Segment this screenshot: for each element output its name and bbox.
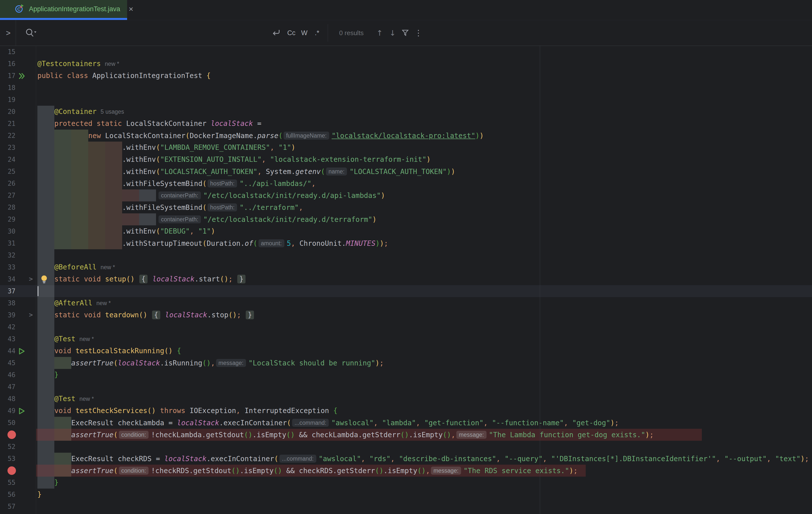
- fold-chevron-icon[interactable]: >: [29, 309, 33, 321]
- chevron-right-icon[interactable]: >: [2, 20, 14, 46]
- line-number[interactable]: 17: [0, 70, 16, 82]
- code-line[interactable]: ExecResult checkRDS = localStack.execInC…: [71, 453, 809, 465]
- newline-icon[interactable]: [269, 20, 283, 46]
- editor-row[interactable]: 57: [0, 501, 812, 513]
- editor-row[interactable]: 56}: [0, 489, 812, 501]
- editor-row[interactable]: 38@AfterAllnew *: [0, 297, 812, 309]
- next-occurrence-icon[interactable]: ↓: [387, 20, 398, 46]
- editor-row[interactable]: 52: [0, 441, 812, 453]
- editor-row[interactable]: 50ExecResult checkLambda = localStack.ex…: [0, 417, 812, 429]
- code-line[interactable]: containerPath:"/etc/localstack/init/read…: [157, 190, 385, 201]
- editor-row[interactable]: 24.withEnv("EXTENSION_AUTO_INSTALL", "lo…: [0, 153, 812, 166]
- editor-row[interactable]: 21protected static LocalStackContainer l…: [0, 118, 812, 130]
- line-number[interactable]: 25: [0, 166, 16, 177]
- editor-row[interactable]: 37: [0, 285, 812, 297]
- code-line[interactable]: @Container5 usages: [54, 106, 124, 118]
- code-line[interactable]: @Testnew *: [54, 333, 94, 345]
- line-number[interactable]: 31: [0, 237, 16, 249]
- line-number[interactable]: 21: [0, 118, 16, 130]
- line-number[interactable]: 48: [0, 393, 16, 405]
- line-number[interactable]: 44: [0, 345, 16, 357]
- code-line[interactable]: .withFileSystemBind(hostPath:"../terrafo…: [122, 201, 303, 213]
- editor-row[interactable]: 28.withFileSystemBind(hostPath:"../terra…: [0, 201, 812, 213]
- code-line[interactable]: }: [54, 477, 59, 489]
- code-line[interactable]: static void setup() { localStack.start()…: [54, 273, 246, 285]
- code-line[interactable]: .withStartupTimeout(Duration.of(amount:5…: [122, 237, 388, 249]
- run-test-icon[interactable]: [18, 347, 25, 356]
- editor-row[interactable]: 34>static void setup() { localStack.star…: [0, 273, 812, 285]
- editor-row[interactable]: 15: [0, 46, 812, 58]
- code-line[interactable]: @AfterAllnew *: [54, 297, 111, 309]
- code-line[interactable]: assertTrue(condition:!checkLambda.getStd…: [71, 429, 654, 441]
- code-line[interactable]: }: [54, 369, 59, 381]
- line-number[interactable]: 53: [0, 453, 16, 465]
- line-number[interactable]: 15: [0, 46, 16, 58]
- editor-row[interactable]: 49void testCheckServices() throws IOExce…: [0, 405, 812, 417]
- editor-row[interactable]: 53ExecResult checkRDS = localStack.execI…: [0, 453, 812, 465]
- code-line[interactable]: static void teardown() { localStack.stop…: [54, 309, 255, 321]
- line-number[interactable]: 27: [0, 190, 16, 201]
- line-number[interactable]: 29: [0, 213, 16, 225]
- line-number[interactable]: 26: [0, 177, 16, 190]
- breakpoint-icon[interactable]: [7, 466, 16, 475]
- line-number[interactable]: 55: [0, 477, 16, 489]
- code-line[interactable]: @BeforeAllnew *: [54, 261, 115, 273]
- code-line[interactable]: containerPath:"/etc/localstack/init/read…: [157, 213, 377, 225]
- editor-row[interactable]: 43@Testnew *: [0, 333, 812, 345]
- close-icon[interactable]: ×: [128, 5, 133, 13]
- line-number[interactable]: 52: [0, 441, 16, 453]
- code-editor[interactable]: 1516@Testcontainersnew *17public class A…: [0, 46, 812, 514]
- previous-occurrence-icon[interactable]: ↑: [374, 20, 385, 46]
- editor-row[interactable]: 16@Testcontainersnew *: [0, 58, 812, 70]
- editor-row[interactable]: 20@Container5 usages: [0, 106, 812, 118]
- editor-row[interactable]: 23.withEnv("LAMBDA_REMOVE_CONTAINERS", "…: [0, 142, 812, 153]
- filter-icon[interactable]: [400, 20, 411, 46]
- line-number[interactable]: 23: [0, 142, 16, 153]
- line-number[interactable]: 28: [0, 201, 16, 213]
- code-line[interactable]: .withEnv("DEBUG", "1"): [122, 225, 215, 237]
- code-line[interactable]: .withEnv("LOCALSTACK_AUTH_TOKEN", System…: [122, 166, 455, 177]
- code-line[interactable]: .withEnv("LAMBDA_REMOVE_CONTAINERS", "1"…: [122, 142, 295, 153]
- line-number[interactable]: 33: [0, 261, 16, 273]
- editor-row[interactable]: assertTrue(condition:!checkLambda.getStd…: [0, 429, 812, 441]
- line-number[interactable]: 57: [0, 501, 16, 513]
- code-line[interactable]: assertTrue(condition:!checkRDS.getStdout…: [71, 465, 578, 477]
- run-class-icon[interactable]: [18, 72, 26, 81]
- intention-bulb-icon[interactable]: [40, 275, 48, 284]
- code-line[interactable]: ExecResult checkLambda = localStack.exec…: [71, 417, 619, 429]
- editor-row[interactable]: 55}: [0, 477, 812, 489]
- line-number[interactable]: 38: [0, 297, 16, 309]
- match-case-toggle[interactable]: Cc: [284, 20, 298, 46]
- editor-row[interactable]: 31.withStartupTimeout(Duration.of(amount…: [0, 237, 812, 249]
- editor-row[interactable]: 25.withEnv("LOCALSTACK_AUTH_TOKEN", Syst…: [0, 166, 812, 177]
- editor-row[interactable]: 47: [0, 381, 812, 393]
- code-line[interactable]: .withFileSystemBind(hostPath:"../api-lam…: [122, 177, 316, 190]
- tab-application-integration-test[interactable]: C ApplicationIntegrationTest.java ×: [0, 0, 127, 18]
- line-number[interactable]: 20: [0, 106, 16, 118]
- editor-row[interactable]: 22new LocalStackContainer(DockerImageNam…: [0, 130, 812, 142]
- editor-row[interactable]: 17public class ApplicationIntegrationTes…: [0, 70, 812, 82]
- more-options-icon[interactable]: ⋮: [413, 20, 424, 46]
- code-line[interactable]: new LocalStackContainer(DockerImageName.…: [88, 130, 484, 142]
- code-line[interactable]: }: [37, 489, 41, 501]
- editor-row[interactable]: 46}: [0, 369, 812, 381]
- line-number[interactable]: 46: [0, 369, 16, 381]
- line-number[interactable]: 19: [0, 94, 16, 106]
- line-number[interactable]: 22: [0, 130, 16, 142]
- line-number[interactable]: 16: [0, 58, 16, 70]
- editor-row[interactable]: 26.withFileSystemBind(hostPath:"../api-l…: [0, 177, 812, 190]
- code-line[interactable]: void testCheckServices() throws IOExcept…: [54, 405, 338, 417]
- editor-row[interactable]: 39>static void teardown() { localStack.s…: [0, 309, 812, 321]
- line-number[interactable]: 56: [0, 489, 16, 501]
- line-number[interactable]: 43: [0, 333, 16, 345]
- line-number[interactable]: 45: [0, 357, 16, 369]
- fold-chevron-icon[interactable]: >: [29, 273, 33, 285]
- search-icon[interactable]: [22, 20, 39, 46]
- code-line[interactable]: assertTrue(localStack.isRunning(),messag…: [71, 357, 384, 369]
- editor-row[interactable]: 27containerPath:"/etc/localstack/init/re…: [0, 190, 812, 201]
- breakpoint-icon[interactable]: [7, 430, 16, 439]
- editor-row[interactable]: 33@BeforeAllnew *: [0, 261, 812, 273]
- code-line[interactable]: @Testnew *: [54, 393, 94, 405]
- line-number[interactable]: 42: [0, 321, 16, 333]
- editor-row[interactable]: 45assertTrue(localStack.isRunning(),mess…: [0, 357, 812, 369]
